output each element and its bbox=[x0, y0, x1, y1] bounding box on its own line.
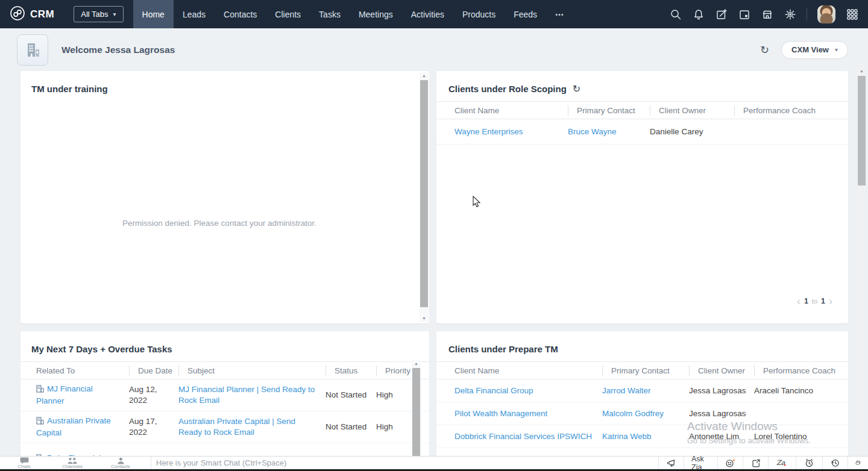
pagination: ‹ 1 to 1 › bbox=[797, 296, 832, 307]
table-header: Related To Due Date Subject Status Prior… bbox=[20, 361, 429, 379]
table-row: Pilot Wealth Management Malcolm Godfrey … bbox=[436, 402, 848, 425]
notifications-bell-icon[interactable] bbox=[692, 8, 705, 20]
contacts-button[interactable]: Contacts bbox=[96, 457, 145, 469]
panel-scrollbar[interactable]: ▲ ▼ bbox=[420, 72, 429, 322]
user-avatar[interactable] bbox=[817, 5, 835, 23]
chats-button[interactable]: Chats bbox=[0, 457, 48, 469]
client-name-link[interactable]: Delta Financial Group bbox=[454, 386, 533, 395]
ask-zia-button[interactable]: Ask Zia bbox=[684, 457, 717, 469]
brand-name: CRM bbox=[30, 8, 54, 20]
scrollbar-thumb[interactable] bbox=[412, 368, 420, 461]
calendar-icon[interactable] bbox=[738, 8, 750, 20]
performance-coach-cell: Lorel Tolentino bbox=[754, 432, 848, 441]
smart-chat-bar: Chats Channels Contacts Here is your Sma… bbox=[0, 456, 868, 469]
panel-title: Clients under Prepare TM bbox=[436, 331, 848, 354]
tab-products[interactable]: Products bbox=[453, 0, 505, 28]
tab-home[interactable]: Home bbox=[133, 0, 174, 28]
chats-label: Chats bbox=[18, 464, 31, 469]
priority-cell: High bbox=[376, 390, 409, 401]
navbar-divider bbox=[807, 8, 807, 20]
status-cell: Not Started bbox=[326, 422, 376, 432]
table-row: MJ Financial Planner Aug 12, 2022 MJ Fin… bbox=[20, 379, 429, 411]
navbar-right bbox=[669, 0, 868, 28]
tab-activities[interactable]: Activities bbox=[402, 0, 453, 28]
signals-icon[interactable] bbox=[743, 457, 768, 469]
welcome-actions: ↻ CXM View ▾ bbox=[760, 41, 868, 59]
tab-clients[interactable]: Clients bbox=[266, 0, 310, 28]
panel-title: My Next 7 Days + Overdue Tasks bbox=[20, 331, 429, 354]
zoho-crm-logo[interactable]: CRM bbox=[0, 5, 60, 23]
app-grid-icon[interactable] bbox=[846, 8, 858, 20]
column-header: Priority bbox=[376, 366, 410, 376]
client-name-link[interactable]: Dobbrick Financial Services IPSWICH bbox=[454, 432, 592, 441]
primary-contact-link[interactable]: Malcolm Godfrey bbox=[602, 409, 664, 418]
scrollbar-thumb[interactable] bbox=[420, 80, 428, 307]
scroll-up-arrow-icon[interactable]: ▲ bbox=[857, 67, 866, 75]
svg-text:Za: Za bbox=[776, 458, 785, 467]
table-header: Client Name Primary Contact Client Owner… bbox=[436, 361, 848, 379]
channels-button[interactable]: Channels bbox=[48, 457, 96, 469]
primary-contact-link[interactable]: Katrina Webb bbox=[602, 432, 652, 441]
tab-contacts[interactable]: Contacts bbox=[215, 0, 266, 28]
column-header: Performance Coach bbox=[754, 366, 848, 376]
related-to-link[interactable]: Australian Private Capital bbox=[36, 416, 111, 437]
scroll-up-arrow-icon[interactable]: ▲ bbox=[420, 72, 429, 80]
tab-more[interactable]: ••• bbox=[546, 0, 573, 28]
compose-note-icon[interactable] bbox=[715, 8, 728, 20]
refresh-panel-icon[interactable]: ↻ bbox=[573, 84, 580, 94]
refresh-dashboard-icon[interactable]: ↻ bbox=[760, 45, 769, 55]
tab-meetings[interactable]: Meetings bbox=[350, 0, 402, 28]
recent-items-history-icon[interactable] bbox=[822, 457, 848, 469]
tab-leads[interactable]: Leads bbox=[174, 0, 215, 28]
column-header: Client Name bbox=[454, 105, 568, 116]
page-scrollbar[interactable]: ▲ bbox=[857, 67, 866, 457]
smart-chat-input[interactable]: Here is your Smart Chat (Ctrl+Space) bbox=[151, 457, 658, 469]
client-name-link[interactable]: Pilot Wealth Management bbox=[454, 409, 547, 418]
page-from: 1 bbox=[804, 297, 808, 305]
table-row: Dobbrick Financial Services IPSWICH Katr… bbox=[436, 425, 848, 448]
view-selector-dropdown[interactable]: CXM View ▾ bbox=[781, 41, 848, 59]
zia-icon[interactable]: Za bbox=[768, 457, 796, 469]
feedback-smiley-icon[interactable] bbox=[717, 457, 743, 469]
scroll-up-arrow-icon[interactable]: ▲ bbox=[412, 360, 421, 367]
table-row: Delta Financial Group Jarrod Walter Jess… bbox=[436, 379, 848, 402]
all-tabs-dropdown[interactable]: All Tabs ▾ bbox=[74, 6, 123, 22]
stacked-panels-icon[interactable] bbox=[848, 457, 868, 469]
organization-building-icon[interactable] bbox=[17, 34, 48, 66]
announcements-megaphone-icon[interactable] bbox=[658, 457, 684, 469]
page-next-icon[interactable]: › bbox=[829, 296, 832, 307]
column-header: Subject bbox=[178, 366, 326, 376]
column-header: Due Date bbox=[129, 366, 178, 376]
performance-coach-cell: Araceli Tancinco bbox=[754, 386, 848, 395]
reminders-alarm-icon[interactable] bbox=[796, 457, 822, 469]
client-owner-cell: Jessa Lagrosas bbox=[689, 386, 754, 395]
crm-home-page: CRM All Tabs ▾ Home Leads Contacts Clien… bbox=[0, 0, 868, 471]
table-row: Australian Private Capital Aug 17, 2022 … bbox=[20, 411, 429, 443]
scroll-down-arrow-icon[interactable]: ▼ bbox=[420, 315, 429, 322]
panel-scrollbar[interactable]: ▲ bbox=[412, 360, 421, 471]
panel-title: Clients under Role Scoping bbox=[448, 84, 567, 94]
settings-gear-icon[interactable] bbox=[784, 8, 796, 20]
marketplace-store-icon[interactable] bbox=[761, 8, 773, 20]
panel-title: TM under training bbox=[20, 71, 429, 94]
scrollbar-thumb[interactable] bbox=[858, 76, 866, 186]
primary-contact-link[interactable]: Bruce Wayne bbox=[568, 127, 617, 136]
primary-contact-link[interactable]: Jarrod Walter bbox=[602, 386, 651, 395]
related-to-link[interactable]: MJ Financial Planner bbox=[36, 384, 93, 405]
ask-zia-label: Ask Zia bbox=[691, 455, 710, 471]
caret-down-icon: ▾ bbox=[835, 46, 838, 53]
building-icon bbox=[36, 417, 44, 428]
tab-tasks[interactable]: Tasks bbox=[310, 0, 350, 28]
page-prev-icon[interactable]: ‹ bbox=[797, 296, 800, 307]
module-tabs: Home Leads Contacts Clients Tasks Meetin… bbox=[133, 0, 573, 28]
view-selector-label: CXM View bbox=[791, 45, 829, 54]
panel-clients-prepare-tm: Clients under Prepare TM Client Name Pri… bbox=[436, 331, 848, 471]
channels-label: Channels bbox=[62, 464, 83, 469]
subject-link[interactable]: Australian Private Capital | Send Ready … bbox=[178, 417, 295, 437]
tab-feeds[interactable]: Feeds bbox=[505, 0, 546, 28]
top-navbar: CRM All Tabs ▾ Home Leads Contacts Clien… bbox=[0, 0, 868, 28]
contacts-label: Contacts bbox=[111, 464, 130, 469]
client-name-link[interactable]: Wayne Enterprises bbox=[454, 127, 523, 136]
subject-link[interactable]: MJ Financial Planner | Send Ready to Roc… bbox=[178, 385, 315, 405]
search-icon[interactable] bbox=[669, 8, 682, 20]
